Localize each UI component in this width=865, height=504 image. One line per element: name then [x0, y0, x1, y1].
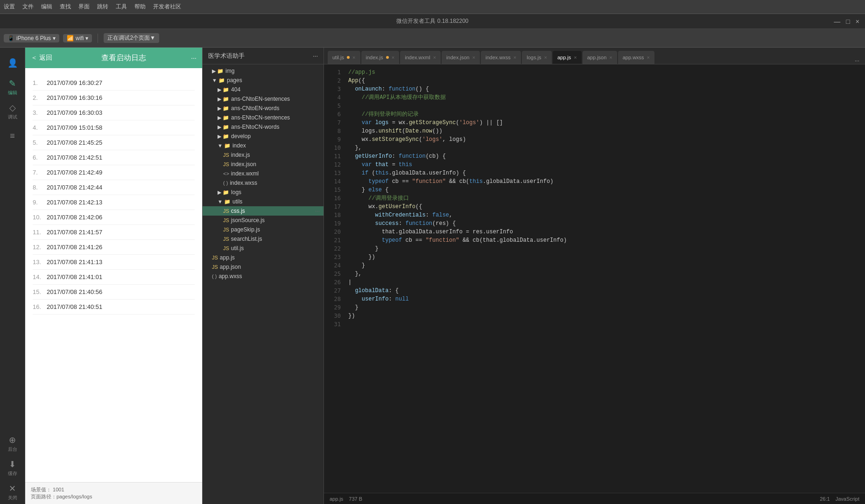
editor-tabs: util.js × index.js × index.wxml × index.… [324, 48, 865, 64]
list-item: 6. 2017/07/08 21:42:51 [33, 150, 195, 165]
list-item: 14. 2017/07/08 21:41:01 [33, 270, 195, 285]
menu-bar: 设置 文件 编辑 查找 界面 跳转 工具 帮助 开发者社区 [0, 0, 865, 14]
sidebar-item-backend[interactable]: ⊕ 后台 [1, 432, 24, 455]
code-editor[interactable]: //app.js App({ onLaunch: function() { //… [343, 64, 865, 493]
js-file-icon-app: JS [212, 255, 218, 260]
tab-label: index.js [366, 55, 383, 60]
tab-app-wxss[interactable]: app.wxss × [618, 51, 654, 64]
tab-index-json[interactable]: index.json × [442, 51, 480, 64]
tree-item-app-json[interactable]: JS app.json [203, 262, 323, 272]
tree-item-index-json[interactable]: JS index.json [203, 160, 323, 169]
tree-item-img[interactable]: ▶ 📁 img [203, 66, 323, 76]
menu-item-tools[interactable]: 工具 [116, 3, 127, 11]
page-selector[interactable]: 正在调试2个页面▼ [104, 33, 159, 43]
list-item: 11. 2017/07/08 21:41:57 [33, 225, 195, 240]
editor-pane: util.js × index.js × index.wxml × index.… [324, 48, 865, 504]
maximize-button[interactable]: □ [844, 18, 851, 25]
footer-right: 26:1 JavaScript [820, 496, 859, 502]
tab-label: index.wxml [405, 55, 430, 60]
tab-app-json[interactable]: app.json × [583, 51, 617, 64]
tree-item-app-js[interactable]: JS app.js [203, 253, 323, 262]
tree-item-index-js[interactable]: JS index.js [203, 150, 323, 160]
sidebar-item-save[interactable]: ⬇ 缓存 [1, 456, 24, 480]
sidebar-item-close[interactable]: ✕ 关闭 [1, 481, 24, 504]
debug-icon: ◇ [9, 103, 16, 113]
sidebar-item-avatar[interactable]: 👤 [1, 51, 24, 75]
tab-index-js[interactable]: index.js × [361, 51, 400, 64]
tab-close-button[interactable]: × [513, 55, 516, 60]
page-label: 正在调试2个页面▼ [107, 34, 155, 42]
tree-item-index-wxml[interactable]: <> index.wxml [203, 169, 323, 178]
filetree-title: 医学术语助手 [208, 52, 245, 60]
tree-item-jsonsource[interactable]: JS jsonSource.js [203, 216, 323, 225]
filetree-content[interactable]: ▶ 📁 img ▼ 📁 pages ▶ 📁 404 ▶ 📁 ans-CNtoEN… [203, 64, 323, 504]
network-selector[interactable]: 📶 wifi ▾ [63, 34, 92, 42]
js-file-icon-6: JS [223, 245, 229, 251]
tab-label: app.wxss [623, 55, 644, 60]
tree-item-pageskip[interactable]: JS pageSkip.js [203, 225, 323, 234]
tree-item-label: index.wxml [231, 170, 259, 177]
sidebar-item-list[interactable]: ≡ [1, 124, 24, 147]
menu-item-community[interactable]: 开发者社区 [153, 3, 181, 11]
menu-item-edit[interactable]: 编辑 [41, 3, 52, 11]
phone-back-button[interactable]: ＜ 返回 [31, 54, 52, 62]
tree-item-searchlist[interactable]: JS searchList.js [203, 234, 323, 244]
tab-index-wxss[interactable]: index.wxss × [481, 51, 521, 64]
folder-icon: ▶ 📁 [218, 115, 229, 121]
tree-item-utiljs[interactable]: JS util.js [203, 244, 323, 253]
tabs-more-button[interactable]: ··· [853, 57, 861, 64]
tab-app-js[interactable]: app.js × [553, 51, 582, 64]
tab-close-button[interactable]: × [392, 55, 394, 60]
minimize-button[interactable]: — [832, 18, 842, 25]
filetree-pane: 医学术语助手 ··· ▶ 📁 img ▼ 📁 pages ▶ 📁 404 [203, 48, 324, 504]
editor-body[interactable]: 12345678910 11121314151617181920 2122232… [324, 64, 865, 493]
phone-header-more[interactable]: ··· [191, 54, 197, 62]
tree-item-ans-entoCN-words[interactable]: ▶ 📁 ans-ENtoCN-words [203, 122, 323, 132]
close-button[interactable]: × [854, 18, 861, 25]
tab-close-button[interactable]: × [352, 55, 355, 60]
close-label: 关闭 [8, 495, 17, 501]
list-item: 5. 2017/07/08 21:45:25 [33, 135, 195, 150]
tab-index-wxml[interactable]: index.wxml × [400, 51, 441, 64]
tree-item-logs[interactable]: ▶ 📁 logs [203, 188, 323, 197]
list-item: 13. 2017/07/08 21:41:13 [33, 255, 195, 270]
debug-label: 调试 [8, 114, 17, 120]
menu-item-interface[interactable]: 界面 [78, 3, 90, 11]
menu-item-settings[interactable]: 设置 [4, 3, 15, 11]
tab-close-button[interactable]: × [647, 55, 650, 60]
menu-item-find[interactable]: 查找 [60, 3, 71, 11]
filetree-more-button[interactable]: ··· [313, 52, 318, 59]
tree-item-404[interactable]: ▶ 📁 404 [203, 85, 323, 94]
tab-close-button[interactable]: × [574, 55, 577, 60]
phone-header: ＜ 返回 查看启动日志 ··· [25, 48, 202, 68]
tab-close-button[interactable]: × [609, 55, 612, 60]
tree-item-ans-entoCN-sentences[interactable]: ▶ 📁 ans-ENtoCN-sentences [203, 113, 323, 122]
save-label: 缓存 [8, 470, 17, 477]
menu-item-help[interactable]: 帮助 [134, 3, 146, 11]
tree-item-ans-cntoEN-sentences[interactable]: ▶ 📁 ans-CNtoEN-sentences [203, 94, 323, 104]
tab-close-button[interactable]: × [544, 55, 547, 60]
menu-item-jump[interactable]: 跳转 [97, 3, 108, 11]
tab-util-js[interactable]: util.js × [328, 51, 360, 64]
device-label: iPhone 6 Plus [16, 35, 51, 42]
device-selector[interactable]: 📱 iPhone 6 Plus ▾ [4, 34, 59, 42]
phone-content[interactable]: 1. 2017/07/09 16:30:27 2. 2017/07/09 16:… [25, 68, 202, 482]
tree-item-app-wxss[interactable]: ( ) app.wxss [203, 272, 323, 281]
tab-close-button[interactable]: × [433, 55, 436, 60]
tree-item-utils[interactable]: ▼ 📁 utils [203, 197, 323, 206]
sidebar-item-debug[interactable]: ◇ 调试 [1, 100, 24, 123]
js-file-icon: JS [223, 152, 229, 158]
phone-title: 查看启动日志 [56, 53, 191, 63]
menu-item-file[interactable]: 文件 [22, 3, 34, 11]
tree-item-index-wxss[interactable]: ( ) index.wxss [203, 178, 323, 188]
sidebar-item-edit[interactable]: ✎ 编辑 [1, 76, 24, 99]
tab-close-button[interactable]: × [472, 55, 475, 60]
tree-item-label: index.js [231, 152, 250, 158]
tree-item-index[interactable]: ▼ 📁 index [203, 141, 323, 150]
tree-item-pages[interactable]: ▼ 📁 pages [203, 76, 323, 85]
tree-item-ans-cntoEN-words[interactable]: ▶ 📁 ans-CNtoEN-words [203, 104, 323, 113]
tree-item-more[interactable]: ··· [315, 208, 320, 214]
tree-item-css-js[interactable]: JS css.js ··· [203, 206, 323, 216]
tab-logs-js[interactable]: logs.js × [522, 51, 552, 64]
tree-item-develop[interactable]: ▶ 📁 develop [203, 132, 323, 141]
